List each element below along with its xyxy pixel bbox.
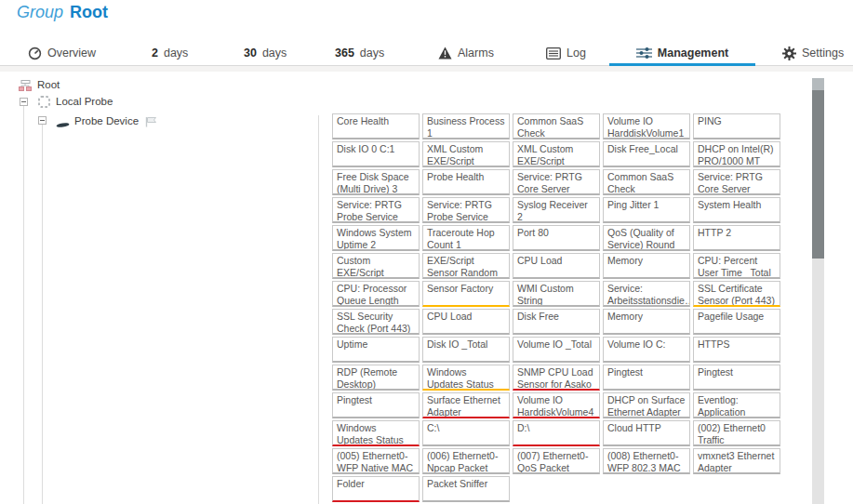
tab-label: Alarms bbox=[458, 46, 494, 60]
tree-connector-line bbox=[42, 125, 43, 504]
tab-label: days bbox=[360, 46, 384, 60]
scrollbar-thumb[interactable] bbox=[812, 90, 824, 259]
sensor-box[interactable]: CPU: Percent User Time _Total bbox=[693, 253, 780, 279]
sensor-box[interactable]: Probe Health bbox=[422, 169, 510, 195]
sensor-box[interactable]: Windows Updates Status bbox=[332, 420, 420, 446]
sensor-box[interactable]: SNMP CPU Load Sensor for Asako bbox=[513, 365, 600, 391]
sensor-box[interactable]: EXE/Script Sensor Random number bbox=[422, 253, 510, 279]
sensor-box[interactable]: D:\ bbox=[513, 420, 600, 446]
sensor-box[interactable]: Core Health bbox=[332, 113, 420, 139]
tree-item-probe-device[interactable]: Probe Device bbox=[74, 115, 139, 126]
sensor-box[interactable]: Memory bbox=[603, 253, 690, 279]
warning-triangle-icon bbox=[438, 46, 452, 60]
sensor-box[interactable]: Volume IO C: bbox=[603, 337, 690, 363]
sensor-box[interactable]: Disk IO _Total bbox=[422, 337, 510, 363]
sensor-box[interactable]: Common SaaS Check bbox=[513, 113, 600, 139]
sensor-box[interactable]: DHCP on Intel(R) PRO/1000 MT bbox=[693, 141, 780, 167]
sensor-box[interactable]: WMI Custom String bbox=[513, 281, 600, 307]
sensor-box[interactable]: CPU Load bbox=[422, 309, 510, 335]
sensor-box[interactable]: Service: PRTG Core Server Service bbox=[693, 169, 780, 195]
sensor-box[interactable]: Volume IO HarddiskVolume4 bbox=[513, 392, 600, 418]
tab-2-days[interactable]: 2 days bbox=[152, 41, 188, 65]
sensor-box[interactable]: Service: PRTG Probe Service bbox=[332, 197, 420, 223]
sensor-box[interactable]: Volume IO _Total bbox=[513, 337, 600, 363]
sensor-box[interactable]: Windows System Uptime 2 bbox=[332, 225, 420, 251]
sensor-box[interactable]: Custom EXE/Script Sensor 1 bbox=[332, 253, 420, 279]
sensor-box[interactable]: (007) Ethernet0-QoS Packet bbox=[513, 448, 600, 474]
sensor-box[interactable]: Surface Ethernet Adapter bbox=[422, 392, 510, 418]
sensor-box[interactable]: XML Custom EXE/Script Sensor bbox=[513, 141, 600, 167]
sensor-box[interactable]: HTTP 2 bbox=[693, 225, 780, 251]
sensor-box[interactable]: Disk Free_Local bbox=[603, 141, 690, 167]
gear-icon bbox=[782, 46, 796, 60]
management-content: Root Local Probe Probe Device Core Healt… bbox=[0, 66, 853, 504]
tab-alarms[interactable]: Alarms bbox=[438, 41, 494, 65]
sensor-box[interactable]: CPU: Processor Queue Length bbox=[332, 281, 420, 307]
sensor-box[interactable]: Volume IO HarddiskVolume1 bbox=[603, 113, 690, 139]
sensor-box[interactable]: (006) Ethernet0-Npcap Packet bbox=[422, 448, 510, 474]
tab-log[interactable]: Log bbox=[546, 41, 586, 65]
sensor-box[interactable]: DHCP on Surface Ethernet Adapter bbox=[603, 392, 690, 418]
sensor-box[interactable]: Common SaaS Check bbox=[603, 169, 690, 195]
collapse-toggle-probe-device[interactable] bbox=[38, 116, 47, 125]
sensor-box[interactable]: Disk IO 0 C:1 bbox=[332, 141, 420, 167]
sensor-box[interactable]: RDP (Remote Desktop) bbox=[332, 365, 420, 391]
sensor-box[interactable]: Service: PRTG Core Server Service bbox=[513, 169, 600, 195]
sensor-box[interactable]: Syslog Receiver 2 bbox=[513, 197, 600, 223]
sensor-box[interactable]: CPU Load bbox=[513, 253, 600, 279]
sensor-box[interactable]: vmxnet3 Ethernet Adapter bbox=[693, 448, 780, 474]
collapse-toggle-local-probe[interactable] bbox=[20, 98, 28, 106]
tab-management[interactable]: Management bbox=[609, 41, 755, 65]
tab-settings[interactable]: Settings bbox=[782, 41, 844, 65]
sensor-box[interactable]: XML Custom EXE/Script Sensor bbox=[422, 141, 510, 167]
sensor-box[interactable]: Cloud HTTP bbox=[603, 420, 690, 446]
sensor-box[interactable]: Traceroute Hop Count 1 bbox=[422, 225, 510, 251]
sensor-box[interactable]: Service: PRTG Probe Service bbox=[422, 197, 510, 223]
sensor-box[interactable]: Pagefile Usage bbox=[693, 309, 780, 335]
sensor-box[interactable]: QoS (Quality of Service) Round Trip bbox=[603, 225, 690, 251]
tab-label: days bbox=[262, 46, 287, 60]
sensor-box[interactable]: Free Disk Space (Multi Drive) 3 bbox=[332, 169, 420, 195]
tab-bar: Overview 2 days 30 days 365 days Alarms … bbox=[0, 41, 853, 66]
object-name: Root bbox=[70, 3, 108, 21]
tab-30-days[interactable]: 30 days bbox=[244, 41, 287, 65]
sensor-box[interactable]: Business Process 1 bbox=[422, 113, 510, 139]
sensor-box[interactable]: PING bbox=[693, 113, 780, 139]
sensor-box[interactable]: Memory bbox=[603, 309, 690, 335]
sensor-box[interactable]: Packet Sniffer bbox=[422, 476, 510, 502]
tab-number: 2 bbox=[152, 46, 158, 60]
sensor-box[interactable]: Disk Free bbox=[513, 309, 600, 335]
sensor-box[interactable]: Folder bbox=[332, 476, 420, 502]
probe-icon bbox=[38, 95, 50, 112]
tab-label: days bbox=[164, 46, 188, 60]
sensor-box[interactable]: Pingtest bbox=[332, 392, 420, 418]
sensor-grid: Core HealthBusiness Process 1Common SaaS… bbox=[332, 113, 780, 502]
sensor-box[interactable]: (008) Ethernet0-WFP 802.3 MAC bbox=[603, 448, 690, 474]
sensor-box[interactable]: (005) Ethernet0-WFP Native MAC bbox=[332, 448, 420, 474]
tree-item-root[interactable]: Root bbox=[37, 79, 60, 90]
tab-overview[interactable]: Overview bbox=[28, 41, 96, 65]
sensor-box[interactable]: SSL Security Check (Port 443) bbox=[332, 309, 420, 335]
sensor-box[interactable]: Ping Jitter 1 bbox=[603, 197, 690, 223]
panel-top-band bbox=[0, 66, 853, 72]
tab-label: Management bbox=[658, 46, 728, 60]
scrollbar-top-cap bbox=[812, 78, 824, 90]
sensor-box[interactable]: (002) Ethernet0 Traffic bbox=[693, 420, 780, 446]
sensor-box[interactable]: Pingtest bbox=[693, 365, 780, 391]
tab-label: Log bbox=[566, 46, 586, 60]
sensor-box[interactable]: Port 80 bbox=[513, 225, 600, 251]
sensor-box[interactable]: C:\ bbox=[422, 420, 510, 446]
sensor-box[interactable]: HTTPS bbox=[693, 337, 780, 363]
tree-item-local-probe[interactable]: Local Probe bbox=[56, 96, 113, 107]
sensor-box[interactable]: Eventlog: Application bbox=[693, 392, 780, 418]
sensor-box[interactable]: Service: Arbeitsstationsdie… bbox=[603, 281, 690, 307]
tab-365-days[interactable]: 365 days bbox=[335, 41, 384, 65]
sensor-box[interactable]: SSL Certificate Sensor (Port 443) bbox=[693, 281, 780, 307]
sensor-box[interactable]: Pingtest bbox=[603, 365, 690, 391]
sensor-box[interactable]: System Health bbox=[693, 197, 780, 223]
device-icon bbox=[56, 116, 70, 133]
prtg-management-page: GroupRoot Overview 2 days 30 days 365 da… bbox=[0, 0, 853, 504]
sensor-box[interactable]: Sensor Factory bbox=[422, 281, 510, 307]
sensor-box[interactable]: Uptime bbox=[332, 337, 420, 363]
sensor-box[interactable]: Windows Updates Status bbox=[422, 365, 510, 391]
